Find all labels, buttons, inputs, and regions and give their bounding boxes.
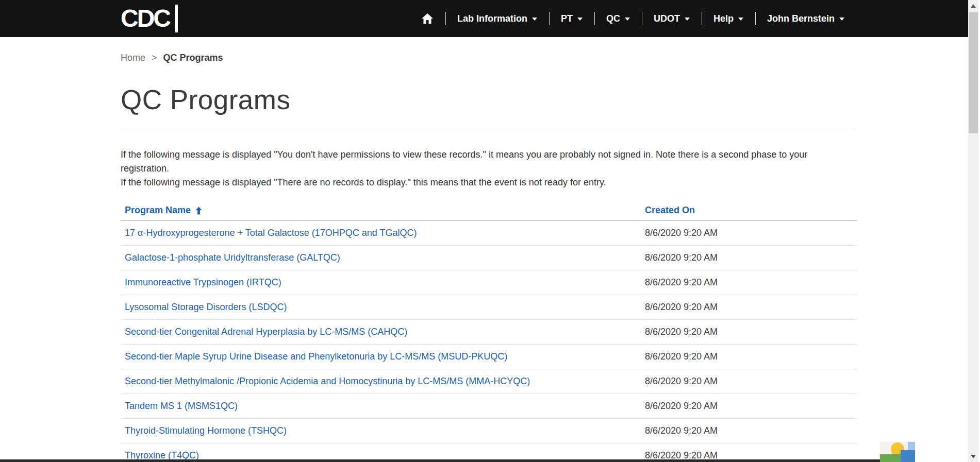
program-name-cell: Lysosomal Storage Disorders (LSDQC) xyxy=(121,302,645,313)
program-link[interactable]: Tandem MS 1 (MSMS1QC) xyxy=(125,401,238,411)
program-name-cell: Second-tier Maple Syrup Urine Disease an… xyxy=(121,351,645,362)
table-row: Second-tier Maple Syrup Urine Disease an… xyxy=(121,345,857,369)
breadcrumb: Home > QC Programs xyxy=(121,53,857,63)
created-on-value: 8/6/2020 9:20 AM xyxy=(645,327,718,337)
nav-menu-item-label: Help xyxy=(713,13,734,24)
created-on-cell: 8/6/2020 9:20 AM xyxy=(645,401,857,412)
scrollbar-thumb[interactable] xyxy=(969,12,978,133)
created-on-value: 8/6/2020 9:20 AM xyxy=(645,351,718,362)
program-name-cell: Second-tier Congenital Adrenal Hyperplas… xyxy=(121,327,645,337)
table-header-row: Program Name Created On xyxy=(121,202,857,221)
program-name-sort-header[interactable]: Program Name xyxy=(125,205,203,216)
created-on-value: 8/6/2020 9:20 AM xyxy=(645,376,718,386)
intro-line-2: If the following message is displayed "T… xyxy=(121,176,857,190)
created-on-value: 8/6/2020 9:20 AM xyxy=(645,252,718,263)
table-body: 17 α-Hydroxyprogesterone + Total Galacto… xyxy=(121,221,857,462)
intro-text: If the following message is displayed "Y… xyxy=(121,148,857,190)
table-row: 17 α-Hydroxyprogesterone + Total Galacto… xyxy=(121,221,857,246)
nav-menu-item-label: QC xyxy=(606,13,620,24)
nav-menu-item[interactable]: QC xyxy=(594,0,642,37)
scroll-up-icon xyxy=(971,4,976,8)
qc-programs-table: Program Name Created On xyxy=(121,202,857,462)
page-title: QC Programs xyxy=(121,84,857,115)
created-on-value: 8/6/2020 9:20 AM xyxy=(645,302,718,312)
program-name-cell: Tandem MS 1 (MSMS1QC) xyxy=(121,401,645,412)
created-on-cell: 8/6/2020 9:20 AM xyxy=(645,327,857,337)
nav-menu-item[interactable]: Lab Information xyxy=(445,0,549,37)
created-on-cell: 8/6/2020 9:20 AM xyxy=(645,302,857,313)
corner-image-peek[interactable] xyxy=(880,439,915,462)
program-name-cell: Galactose-1-phosphate Uridyltransferase … xyxy=(121,252,645,263)
scrollbar-down-button[interactable] xyxy=(968,451,978,462)
table-row: Second-tier Methylmalonic /Propionic Aci… xyxy=(121,369,857,394)
breadcrumb-home-link[interactable]: Home xyxy=(121,53,145,63)
chevron-down-icon xyxy=(839,18,844,21)
breadcrumb-separator: > xyxy=(152,53,157,63)
nav-menu-item[interactable]: John Bernstein xyxy=(755,0,856,37)
program-name-header-label: Program Name xyxy=(125,205,191,216)
nav-menu: Lab Information PT QC UDOT xyxy=(409,0,856,37)
program-link[interactable]: Thyroid-Stimulating Hormone (TSHQC) xyxy=(125,425,287,436)
nav-menu-item[interactable]: Help xyxy=(702,0,755,37)
chevron-down-icon xyxy=(625,18,630,21)
created-on-cell: 8/6/2020 9:20 AM xyxy=(645,228,857,238)
table-row: Immunoreactive Trypsinogen (IRTQC) 8/6/2… xyxy=(121,270,857,295)
browser-page: CDC Lab Information xyxy=(0,0,980,462)
created-on-cell: 8/6/2020 9:20 AM xyxy=(645,252,857,263)
created-on-cell: 8/6/2020 9:20 AM xyxy=(645,351,857,362)
chevron-down-icon xyxy=(738,18,743,21)
vertical-scrollbar[interactable] xyxy=(968,0,978,462)
program-name-cell: Immunoreactive Trypsinogen (IRTQC) xyxy=(121,277,645,288)
program-name-cell: 17 α-Hydroxyprogesterone + Total Galacto… xyxy=(121,228,645,238)
nav-container: CDC Lab Information xyxy=(121,0,856,37)
program-link[interactable]: Second-tier Methylmalonic /Propionic Aci… xyxy=(125,376,530,386)
program-name-header-cell: Program Name xyxy=(121,205,645,216)
nav-menu-item-label: John Bernstein xyxy=(767,13,835,24)
created-on-header-label: Created On xyxy=(645,205,695,216)
chevron-down-icon xyxy=(532,18,537,21)
program-link[interactable]: 17 α-Hydroxyprogesterone + Total Galacto… xyxy=(125,228,417,238)
scroll-down-icon xyxy=(971,455,976,458)
created-on-cell: 8/6/2020 9:20 AM xyxy=(645,376,857,387)
chevron-down-icon xyxy=(577,18,583,21)
program-link[interactable]: Galactose-1-phosphate Uridyltransferase … xyxy=(125,252,340,263)
taskbar-top-edge xyxy=(0,459,880,462)
cdc-logo-text: CDC xyxy=(121,5,178,32)
created-on-cell: 8/6/2020 9:20 AM xyxy=(645,277,857,288)
nav-menu-item-label: UDOT xyxy=(654,13,680,24)
nav-menu-item-label: PT xyxy=(561,13,573,24)
program-link[interactable]: Immunoreactive Trypsinogen (IRTQC) xyxy=(125,277,281,287)
table-row: Second-tier Congenital Adrenal Hyperplas… xyxy=(121,320,857,345)
main-content: Home > QC Programs QC Programs If the fo… xyxy=(121,37,857,462)
program-link[interactable]: Thyroxine (T4QC) xyxy=(125,450,199,460)
intro-line-1: If the following message is displayed "Y… xyxy=(121,148,857,176)
table-row: Thyroid-Stimulating Hormone (TSHQC) 8/6/… xyxy=(121,419,857,443)
table-row: Galactose-1-phosphate Uridyltransferase … xyxy=(121,246,857,270)
title-divider xyxy=(121,129,857,129)
top-navigation-bar: CDC Lab Information xyxy=(0,0,968,37)
created-on-value: 8/6/2020 9:20 AM xyxy=(645,228,718,238)
created-on-value: 8/6/2020 9:20 AM xyxy=(645,277,718,287)
nav-menu-item[interactable]: PT xyxy=(549,0,594,37)
program-name-cell: Second-tier Methylmalonic /Propionic Aci… xyxy=(121,376,645,387)
program-name-cell: Thyroid-Stimulating Hormone (TSHQC) xyxy=(121,425,645,436)
nav-home-button[interactable] xyxy=(409,0,445,37)
home-icon xyxy=(421,13,434,24)
created-on-header-cell: Created On xyxy=(645,205,857,216)
nav-menu-item[interactable]: UDOT xyxy=(642,0,702,37)
created-on-value: 8/6/2020 9:20 AM xyxy=(645,425,718,436)
scrollbar-up-button[interactable] xyxy=(968,0,978,11)
cdc-logo[interactable]: CDC xyxy=(121,0,178,37)
table-row: Tandem MS 1 (MSMS1QC) 8/6/2020 9:20 AM xyxy=(121,394,857,419)
chevron-down-icon xyxy=(685,18,690,21)
created-on-value: 8/6/2020 9:20 AM xyxy=(645,401,718,411)
created-on-value: 8/6/2020 9:20 AM xyxy=(645,450,718,460)
created-on-cell: 8/6/2020 9:20 AM xyxy=(645,425,857,436)
nav-menu-item-label: Lab Information xyxy=(457,13,527,24)
table-row: Lysosomal Storage Disorders (LSDQC) 8/6/… xyxy=(121,295,857,320)
program-link[interactable]: Lysosomal Storage Disorders (LSDQC) xyxy=(125,302,287,312)
program-link[interactable]: Second-tier Congenital Adrenal Hyperplas… xyxy=(125,327,407,337)
breadcrumb-current: QC Programs xyxy=(163,53,223,63)
program-link[interactable]: Second-tier Maple Syrup Urine Disease an… xyxy=(125,351,507,362)
created-on-header[interactable]: Created On xyxy=(645,205,695,216)
